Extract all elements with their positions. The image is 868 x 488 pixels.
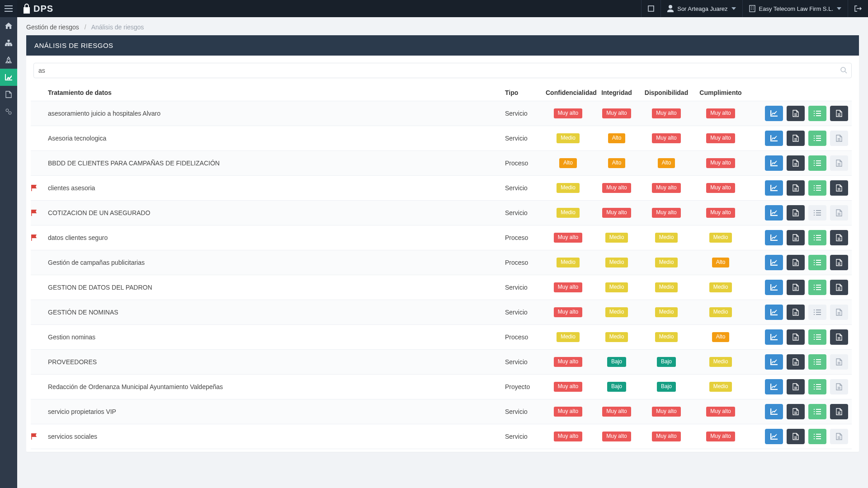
- action-report[interactable]: [787, 155, 805, 171]
- row-integ: Muy alto: [594, 424, 639, 449]
- user-menu[interactable]: Sor Arteaga Juarez: [660, 0, 742, 17]
- action-list[interactable]: [808, 280, 826, 295]
- action-chart[interactable]: [765, 106, 783, 121]
- action-report[interactable]: [787, 404, 805, 419]
- row-actions: [751, 155, 848, 171]
- action-doc-icon: [836, 408, 842, 415]
- action-chart[interactable]: [765, 429, 783, 444]
- action-list[interactable]: [808, 379, 826, 394]
- action-doc[interactable]: [830, 329, 848, 345]
- action-chart[interactable]: [765, 155, 783, 171]
- action-chart[interactable]: [765, 404, 783, 419]
- action-doc[interactable]: [830, 429, 848, 444]
- action-report[interactable]: [787, 429, 805, 444]
- col-conf[interactable]: Confidencialidad: [542, 84, 594, 101]
- col-type[interactable]: Tipo: [501, 84, 542, 101]
- action-report[interactable]: [787, 106, 805, 121]
- action-doc[interactable]: [830, 305, 848, 320]
- action-list-icon: [814, 409, 821, 414]
- row-type: Servicio: [501, 300, 542, 325]
- col-disp[interactable]: Disponibilidad: [639, 84, 693, 101]
- sidebar-risk-analysis[interactable]: [0, 69, 17, 86]
- action-report-icon: [793, 333, 799, 341]
- col-name[interactable]: Tratamiento de datos: [44, 84, 501, 101]
- action-list[interactable]: [808, 180, 826, 196]
- action-report[interactable]: [787, 305, 805, 320]
- action-report[interactable]: [787, 131, 805, 146]
- action-report[interactable]: [787, 280, 805, 295]
- row-name: GESTION DE DATOS DEL PADRON: [44, 275, 501, 300]
- action-chart[interactable]: [765, 280, 783, 295]
- action-doc[interactable]: [830, 155, 848, 171]
- action-chart[interactable]: [765, 354, 783, 370]
- action-chart-icon: [770, 334, 778, 340]
- action-doc[interactable]: [830, 131, 848, 146]
- action-list[interactable]: [808, 354, 826, 370]
- menu-toggle[interactable]: [0, 0, 17, 17]
- flag-icon: [31, 433, 44, 440]
- action-list[interactable]: [808, 230, 826, 245]
- action-list[interactable]: [808, 305, 826, 320]
- action-doc[interactable]: [830, 255, 848, 270]
- action-doc[interactable]: [830, 379, 848, 394]
- action-list[interactable]: [808, 106, 826, 121]
- action-doc[interactable]: [830, 280, 848, 295]
- row-actions: [751, 305, 848, 320]
- action-chart[interactable]: [765, 230, 783, 245]
- action-chart[interactable]: [765, 180, 783, 196]
- topbar-square-button[interactable]: [641, 0, 660, 17]
- row-disp: Bajo: [639, 375, 693, 399]
- action-chart[interactable]: [765, 329, 783, 345]
- sidebar-settings[interactable]: [0, 103, 17, 120]
- row-type: Servicio: [501, 126, 542, 151]
- action-chart[interactable]: [765, 205, 783, 221]
- search-input[interactable]: [33, 63, 852, 78]
- action-report-icon: [793, 160, 799, 167]
- action-chart[interactable]: [765, 131, 783, 146]
- action-doc[interactable]: [830, 205, 848, 221]
- action-report[interactable]: [787, 230, 805, 245]
- row-type: Servicio: [501, 399, 542, 424]
- action-list[interactable]: [808, 131, 826, 146]
- action-doc[interactable]: [830, 180, 848, 196]
- action-doc[interactable]: [830, 354, 848, 370]
- action-chart[interactable]: [765, 305, 783, 320]
- col-integ[interactable]: Integridad: [594, 84, 639, 101]
- action-report[interactable]: [787, 255, 805, 270]
- sidebar-documents[interactable]: [0, 86, 17, 103]
- menu-icon: [5, 5, 13, 12]
- action-doc-icon: [836, 383, 842, 390]
- action-doc[interactable]: [830, 404, 848, 419]
- action-doc[interactable]: [830, 230, 848, 245]
- action-list[interactable]: [808, 429, 826, 444]
- row-integ: Muy alto: [594, 101, 639, 126]
- logout-button[interactable]: [848, 0, 868, 17]
- action-list[interactable]: [808, 329, 826, 345]
- action-list[interactable]: [808, 205, 826, 221]
- action-report[interactable]: [787, 180, 805, 196]
- square-icon: [648, 5, 654, 12]
- row-actions: [751, 255, 848, 270]
- row-name: GESTIÓN DE NOMINAS: [44, 300, 501, 325]
- row-conf: Muy alto: [542, 101, 594, 126]
- action-list[interactable]: [808, 155, 826, 171]
- action-report[interactable]: [787, 354, 805, 370]
- org-menu[interactable]: Easy Telecom Law Firm S.L.: [742, 0, 848, 17]
- row-actions: [751, 280, 848, 295]
- action-doc[interactable]: [830, 106, 848, 121]
- action-report[interactable]: [787, 379, 805, 394]
- sidebar-home[interactable]: [0, 17, 17, 34]
- action-list-icon: [814, 310, 821, 315]
- action-report[interactable]: [787, 205, 805, 221]
- action-report[interactable]: [787, 329, 805, 345]
- action-list[interactable]: [808, 255, 826, 270]
- search-icon[interactable]: [840, 66, 847, 74]
- sidebar-org[interactable]: [0, 34, 17, 52]
- action-chart[interactable]: [765, 379, 783, 394]
- row-name: Gestion nominas: [44, 325, 501, 350]
- action-chart[interactable]: [765, 255, 783, 270]
- col-cumpl[interactable]: Cumplimiento: [693, 84, 748, 101]
- breadcrumb-root[interactable]: Gestión de riesgos: [26, 23, 79, 31]
- action-list[interactable]: [808, 404, 826, 419]
- sidebar-recycle[interactable]: [0, 52, 17, 69]
